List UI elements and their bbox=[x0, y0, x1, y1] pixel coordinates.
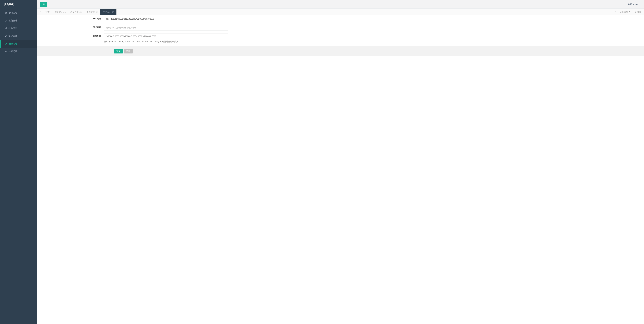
tab-label: 提现管理 bbox=[86, 11, 95, 14]
form-row-profit-config: 收益配置 例如（1-1000:0.0003,1001-10000:0.004,1… bbox=[76, 33, 310, 43]
wrench-icon bbox=[5, 27, 7, 29]
svg-rect-2 bbox=[43, 4, 45, 4]
nav-item-label: 提现管理 bbox=[8, 34, 17, 37]
tab-label: 收益日志 bbox=[70, 11, 78, 14]
toggle-sidebar-button[interactable] bbox=[40, 2, 47, 7]
nav-item-label: 转账记录 bbox=[8, 50, 17, 53]
edit-icon bbox=[5, 42, 7, 45]
tab-right-controls: 关闭操作 退出 bbox=[613, 8, 643, 15]
main: 欢迎 admin 首页 鱼苗管理 ✕ 收益日志 ✕ 提现管理 ✕ bbox=[37, 0, 644, 324]
tabs-scroll-left-button[interactable] bbox=[38, 8, 43, 15]
nav-item-fish[interactable]: 鱼苗管理 bbox=[0, 17, 37, 24]
close-icon[interactable]: ✕ bbox=[80, 11, 82, 13]
nav-item-profit-log[interactable]: 收益日志 bbox=[0, 24, 37, 32]
wrench-icon bbox=[5, 35, 7, 37]
logout-label: 退出 bbox=[637, 10, 641, 13]
tab-bar: 首页 鱼苗管理 ✕ 收益日志 ✕ 提现管理 ✕ 授权地址 ✕ bbox=[37, 8, 644, 15]
erc-secret-input[interactable] bbox=[104, 25, 228, 30]
nav-item-withdraw[interactable]: 提现管理 bbox=[0, 32, 37, 40]
profit-config-help: 例如（1-1000:0.0003,1001-10000:0.004,10001-… bbox=[104, 40, 228, 43]
tab-profit-log[interactable]: 收益日志 ✕ bbox=[68, 9, 84, 15]
back-button[interactable]: 返回 bbox=[124, 49, 133, 53]
profit-config-input[interactable] bbox=[104, 33, 228, 39]
power-icon bbox=[5, 50, 7, 53]
topbar: 欢迎 admin bbox=[37, 0, 644, 8]
close-icon[interactable]: ✕ bbox=[96, 11, 98, 13]
content: ERC地址 ERC秘钥 收益配置 例如（1-1000:0.0003,1001-1… bbox=[37, 15, 644, 324]
sidebar: 后台系统 后台首页 鱼苗管理 收益日志 提现管理 bbox=[0, 0, 37, 324]
tab-auth-address[interactable]: 授权地址 ✕ bbox=[100, 9, 116, 15]
nav-item-label: 收益日志 bbox=[8, 27, 17, 30]
tab-label: 首页 bbox=[46, 11, 50, 14]
form-footer: 提交 返回 bbox=[37, 46, 644, 56]
tab-label: 鱼苗管理 bbox=[54, 11, 62, 14]
erc-address-input[interactable] bbox=[104, 16, 228, 22]
close-icon[interactable]: ✕ bbox=[64, 11, 66, 13]
profit-config-label: 收益配置 bbox=[76, 33, 104, 37]
form-row-erc-secret: ERC秘钥 bbox=[76, 25, 310, 30]
wrench-icon bbox=[5, 19, 7, 22]
tab-home[interactable]: 首页 bbox=[43, 9, 52, 15]
double-chevron-left-icon bbox=[40, 11, 41, 12]
tabs-scroll-right-button[interactable] bbox=[613, 8, 618, 15]
tab-label: 授权地址 bbox=[103, 11, 111, 14]
svg-rect-1 bbox=[43, 3, 45, 4]
svg-rect-0 bbox=[6, 51, 6, 51]
caret-down-icon bbox=[629, 11, 630, 12]
double-chevron-right-icon bbox=[615, 11, 616, 12]
nav-item-label: 后台首页 bbox=[8, 11, 17, 14]
app-title: 后台系统 bbox=[0, 0, 37, 9]
tab-group: 首页 鱼苗管理 ✕ 收益日志 ✕ 提现管理 ✕ 授权地址 ✕ bbox=[43, 8, 613, 15]
nav-item-auth-address[interactable]: 授权地址 bbox=[0, 40, 37, 48]
logout-icon bbox=[634, 11, 636, 13]
submit-button[interactable]: 提交 bbox=[114, 49, 123, 53]
close-icon[interactable]: ✕ bbox=[112, 11, 114, 13]
nav-item-home[interactable]: 后台首页 bbox=[0, 9, 37, 17]
tab-fish[interactable]: 鱼苗管理 ✕ bbox=[52, 9, 68, 15]
bars-icon bbox=[42, 3, 45, 5]
nav-item-label: 授权地址 bbox=[8, 42, 17, 45]
logout-button[interactable]: 退出 bbox=[632, 8, 643, 15]
nav-item-transfer[interactable]: 转账记录 bbox=[0, 48, 37, 55]
erc-secret-label: ERC秘钥 bbox=[76, 25, 104, 29]
form-row-erc-address: ERC地址 bbox=[76, 16, 310, 22]
user-menu[interactable]: 欢迎 admin bbox=[628, 3, 641, 6]
svg-rect-3 bbox=[43, 5, 45, 5]
close-ops-label: 关闭操作 bbox=[620, 10, 628, 13]
username: admin bbox=[633, 3, 638, 5]
form: ERC地址 ERC秘钥 收益配置 例如（1-1000:0.0003,1001-1… bbox=[76, 16, 310, 43]
caret-down-icon bbox=[639, 4, 641, 5]
nav-item-label: 鱼苗管理 bbox=[8, 19, 17, 22]
home-icon bbox=[5, 12, 7, 14]
welcome-text: 欢迎 bbox=[628, 3, 632, 6]
close-ops-dropdown[interactable]: 关闭操作 bbox=[618, 8, 632, 15]
erc-address-label: ERC地址 bbox=[76, 16, 104, 20]
tab-withdraw[interactable]: 提现管理 ✕ bbox=[84, 9, 100, 15]
nav-menu: 后台首页 鱼苗管理 收益日志 提现管理 授权地址 bbox=[0, 9, 37, 55]
